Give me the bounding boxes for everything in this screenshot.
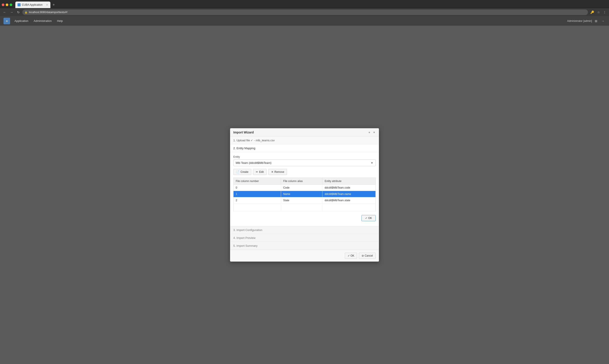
browser-tab[interactable]: CUBA Application ×: [15, 1, 50, 8]
table-row[interactable]: 1 Name ddcdit$MlbTeam.name: [234, 191, 376, 197]
remove-icon: ✕: [271, 170, 273, 173]
step-2-content: Entity Mlb Team (ddcdit$MlbTeam) ▼ 📄 Cre…: [230, 152, 379, 226]
remove-button[interactable]: ✕ Remove: [268, 169, 287, 175]
modal-overlay: Import Wizard + × 1. Upload file ✓ - mlb…: [4, 30, 605, 360]
create-label: Create: [241, 170, 249, 173]
step-2-row[interactable]: 2. Entity Mapping: [230, 144, 379, 152]
row-0-num: 0: [234, 185, 281, 191]
col-header-number: File column number: [234, 178, 281, 185]
menu-item-application[interactable]: Application: [12, 18, 31, 23]
modal-title: Import Wizard: [233, 130, 254, 134]
app-menu: Application Administration Help: [12, 18, 567, 23]
new-tab-button[interactable]: +: [51, 3, 56, 7]
forward-button[interactable]: →: [9, 10, 14, 15]
modal-footer: ✓ OK ⊘ Cancel: [230, 250, 379, 261]
edit-button[interactable]: ✏ Edit: [253, 169, 267, 175]
user-label: Administrator [admin]: [567, 19, 592, 23]
step-1-label: 1. Upload file ✓ - mlb_teams.csv: [233, 139, 275, 142]
footer-cancel-button[interactable]: ⊘ Cancel: [359, 253, 376, 259]
chevron-down-icon: ▼: [368, 161, 375, 165]
table-row[interactable]: 0 Code ddcdit$MlbTeam.code: [234, 185, 376, 191]
edit-label: Edit: [259, 170, 264, 173]
app-logo: ≡: [3, 18, 10, 24]
row-0-attribute: ddcdit$MlbTeam.code: [322, 185, 375, 191]
row-1-alias: Name: [281, 191, 322, 197]
row-2-num: 2: [234, 197, 281, 204]
step-4-row[interactable]: 4. Import Preview: [230, 234, 379, 242]
modal-body: 1. Upload file ✓ - mlb_teams.csv 2. Enti…: [230, 136, 379, 250]
entity-select-value: Mlb Team (ddcdit$MlbTeam): [234, 160, 368, 166]
nav-bar: ← → ↻ 🔒 localhost:8080/dataimporttests/#…: [0, 8, 609, 16]
window-minimize-button[interactable]: [6, 3, 8, 6]
row-2-alias: State: [281, 197, 322, 204]
row-2-attribute: ddcdit$MlbTeam.state: [322, 197, 375, 204]
menu-item-help[interactable]: Help: [55, 18, 65, 23]
modal-header: Import Wizard + ×: [230, 129, 379, 136]
tab-bar: CUBA Application × +: [0, 0, 609, 8]
modal-close-button[interactable]: ×: [373, 130, 376, 134]
footer-ok-button[interactable]: ✓ OK: [345, 253, 357, 259]
entity-select-wrapper[interactable]: Mlb Team (ddcdit$MlbTeam) ▼: [233, 159, 376, 166]
table-ok-area: ✓ OK: [233, 214, 376, 223]
logout-icon-button[interactable]: →: [600, 19, 606, 23]
window-maximize-button[interactable]: [10, 3, 12, 6]
mapping-table: File column number File column alias Ent…: [233, 178, 376, 211]
window-close-button[interactable]: [2, 3, 4, 6]
key-icon-button[interactable]: 🔑: [589, 10, 595, 15]
back-button[interactable]: ←: [2, 10, 7, 15]
step-1-row[interactable]: 1. Upload file ✓ - mlb_teams.csv: [230, 136, 379, 144]
table-row[interactable]: 2 State ddcdit$MlbTeam.state: [234, 197, 376, 204]
app-bar: ≡ Application Administration Help Admini…: [0, 16, 609, 26]
row-0-alias: Code: [281, 185, 322, 191]
step-4-label: 4. Import Preview: [233, 236, 255, 240]
app-user-area: Administrator [admin] ⊞ →: [567, 19, 606, 23]
browser-chrome: CUBA Application × + ← → ↻ 🔒 localhost:8…: [0, 0, 609, 16]
step-5-label: 5. Import Summary: [233, 244, 258, 247]
create-button[interactable]: 📄 Create: [233, 169, 251, 175]
step-5-row[interactable]: 5. Import Summary: [230, 242, 379, 250]
step-2-label: 2. Entity Mapping: [233, 147, 255, 150]
step-3-label: 3. Import Configuration: [233, 228, 262, 232]
menu-item-administration[interactable]: Administration: [31, 18, 54, 23]
import-wizard-modal: Import Wizard + × 1. Upload file ✓ - mlb…: [230, 128, 379, 262]
mapping-table-header: File column number File column alias Ent…: [234, 178, 376, 185]
refresh-button[interactable]: ↻: [16, 10, 21, 15]
nav-right-icons: 🔑 ☆ ⋮: [589, 10, 607, 15]
remove-label: Remove: [275, 170, 284, 173]
action-buttons: 📄 Create ✏ Edit ✕ Remove: [233, 169, 376, 175]
address-bar[interactable]: 🔒 localhost:8080/dataimporttests/#!: [22, 9, 588, 15]
col-header-alias: File column alias: [281, 178, 322, 185]
address-text: localhost:8080/dataimporttests/#!: [29, 11, 586, 14]
row-1-attribute: ddcdit$MlbTeam.name: [322, 191, 375, 197]
col-header-attribute: Entity attribute: [322, 178, 375, 185]
star-icon-button[interactable]: ☆: [596, 10, 601, 15]
window-controls: [2, 3, 12, 6]
entity-field-label: Entity: [233, 155, 376, 158]
tab-close-button[interactable]: ×: [46, 3, 48, 6]
inner-ok-button[interactable]: ✓ OK: [361, 215, 376, 221]
tab-favicon: [17, 3, 21, 6]
menu-icon-button[interactable]: ⋮: [602, 10, 607, 15]
modal-header-icons: + ×: [368, 130, 376, 134]
table-row-empty: [234, 204, 376, 211]
grid-icon-button[interactable]: ⊞: [594, 19, 598, 23]
step-3-row[interactable]: 3. Import Configuration: [230, 226, 379, 234]
modal-expand-button[interactable]: +: [368, 130, 371, 134]
mapping-table-body: 0 Code ddcdit$MlbTeam.code 1 Name ddcdit…: [234, 185, 376, 211]
page-content: Import Wizard + × 1. Upload file ✓ - mlb…: [0, 26, 609, 364]
edit-icon: ✏: [256, 170, 258, 173]
lock-icon: 🔒: [25, 11, 28, 14]
tab-title: CUBA Application: [22, 3, 42, 6]
row-1-num: 1: [234, 191, 281, 197]
create-icon: 📄: [236, 170, 239, 173]
